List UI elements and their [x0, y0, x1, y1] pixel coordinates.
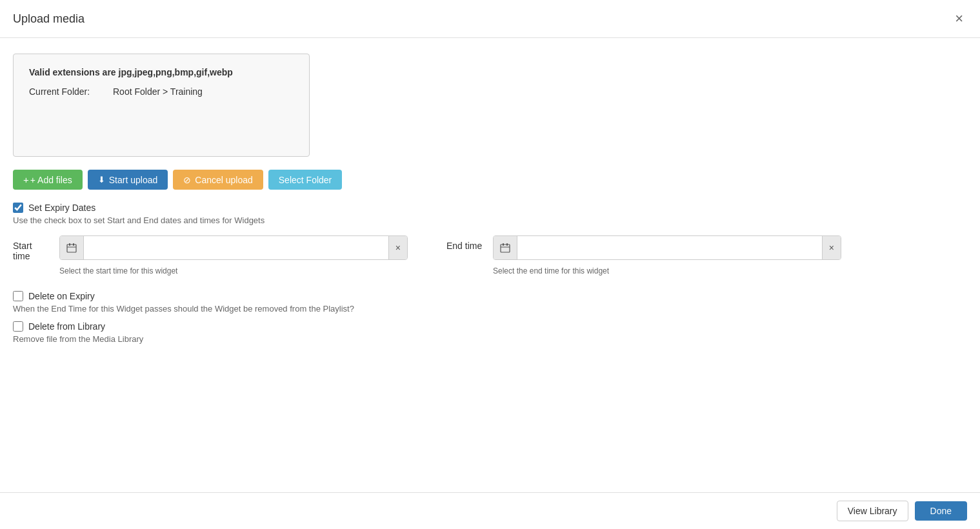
start-time-label: Start time — [13, 235, 52, 261]
add-files-label: + Add files — [30, 175, 72, 185]
end-time-field: × Select the end time for this widget — [493, 235, 841, 275]
set-expiry-text: Set Expiry Dates — [28, 203, 95, 213]
select-folder-button[interactable]: Select Folder — [268, 170, 342, 190]
svg-rect-5 — [503, 243, 504, 246]
expiry-hint-text: Use the check box to set Start and End d… — [13, 215, 967, 225]
set-expiry-checkbox[interactable] — [13, 203, 23, 213]
start-time-field: × Select the start time for this widget — [59, 235, 408, 275]
start-time-input[interactable] — [84, 236, 388, 259]
end-time-label: End time — [446, 235, 485, 251]
dialog-footer: View Library Done — [0, 492, 980, 529]
start-time-hint: Select the start time for this widget — [59, 266, 408, 275]
end-time-clear-button[interactable]: × — [822, 236, 841, 259]
view-library-button[interactable]: View Library — [837, 501, 908, 521]
delete-on-expiry-label[interactable]: Delete on Expiry — [13, 291, 967, 301]
dialog-header: Upload media × — [0, 0, 980, 38]
cancel-upload-label: Cancel upload — [195, 175, 253, 185]
cancel-circle-icon: ⊘ — [183, 175, 191, 185]
delete-from-library-checkbox[interactable] — [13, 321, 23, 332]
delete-on-expiry-hint: When the End Time for this Widget passes… — [13, 304, 967, 314]
start-time-input-group: × — [59, 235, 408, 260]
valid-extensions-text: Valid extensions are jpg,jpeg,png,bmp,gi… — [29, 67, 294, 77]
start-upload-label: Start upload — [109, 175, 158, 185]
calendar-icon — [66, 243, 77, 253]
select-folder-label: Select Folder — [279, 175, 332, 185]
end-time-input-group: × — [493, 235, 841, 260]
cancel-upload-button[interactable]: ⊘ Cancel upload — [173, 170, 263, 190]
delete-from-library-label[interactable]: Delete from Library — [13, 321, 967, 332]
datetime-row: Start time × Select the start time for — [13, 235, 967, 275]
start-time-pair: Start time × Select the start time for — [13, 235, 408, 275]
start-time-clear-button[interactable]: × — [388, 236, 407, 259]
svg-rect-4 — [501, 245, 510, 252]
svg-rect-0 — [67, 245, 76, 252]
calendar-icon — [500, 243, 510, 253]
svg-rect-1 — [69, 243, 70, 246]
upload-arrow-icon: ⬇ — [98, 175, 105, 185]
current-folder-label: Current Folder: — [29, 86, 113, 97]
current-folder-row: Current Folder: Root Folder > Training — [29, 86, 294, 97]
delete-from-library-hint: Remove file from the Media Library — [13, 334, 967, 344]
dialog-body: Valid extensions are jpg,jpeg,png,bmp,gi… — [0, 38, 980, 492]
plus-icon: + — [23, 174, 29, 185]
close-button[interactable]: × — [951, 10, 967, 27]
add-files-button[interactable]: + + Add files — [13, 170, 83, 190]
end-time-input[interactable] — [517, 236, 822, 259]
delete-from-library-text: Delete from Library — [28, 321, 105, 332]
done-button[interactable]: Done — [915, 501, 967, 521]
delete-on-expiry-text: Delete on Expiry — [28, 291, 95, 301]
set-expiry-section: Set Expiry Dates Use the check box to se… — [13, 203, 967, 225]
info-box: Valid extensions are jpg,jpeg,png,bmp,gi… — [13, 54, 310, 157]
dialog-title: Upload media — [13, 12, 85, 26]
start-upload-button[interactable]: ⬇ Start upload — [88, 170, 168, 190]
delete-on-expiry-checkbox[interactable] — [13, 291, 23, 301]
end-time-calendar-button[interactable] — [494, 236, 517, 259]
delete-on-expiry-section: Delete on Expiry When the End Time for t… — [13, 291, 967, 314]
end-time-hint: Select the end time for this widget — [493, 266, 841, 275]
delete-from-library-section: Delete from Library Remove file from the… — [13, 321, 967, 344]
svg-rect-6 — [506, 243, 508, 246]
start-time-calendar-button[interactable] — [60, 236, 84, 259]
svg-rect-2 — [73, 243, 74, 246]
set-expiry-label[interactable]: Set Expiry Dates — [13, 203, 967, 213]
current-folder-value: Root Folder > Training — [113, 86, 203, 97]
action-buttons-row: + + Add files ⬇ Start upload ⊘ Cancel up… — [13, 170, 967, 190]
end-time-pair: End time × Select the end time for thi — [446, 235, 841, 275]
